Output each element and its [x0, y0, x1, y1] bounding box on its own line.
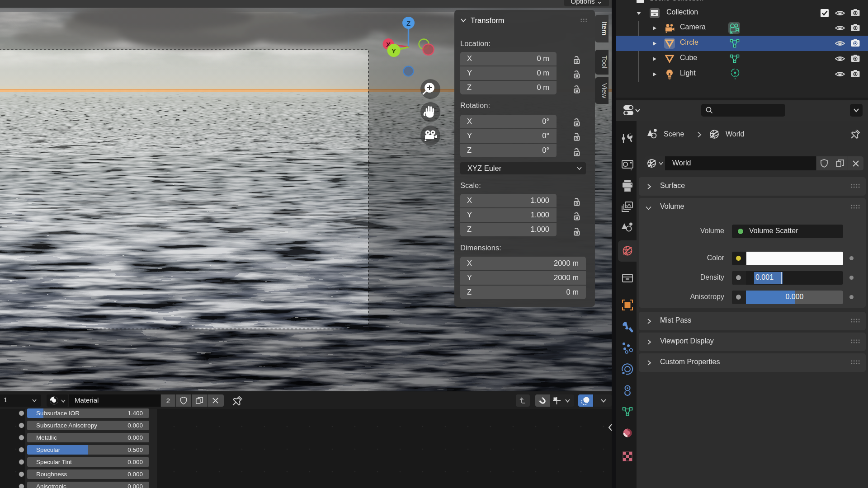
svg-text:Z: Z — [406, 19, 410, 27]
svg-text:Y: Y — [392, 47, 396, 55]
